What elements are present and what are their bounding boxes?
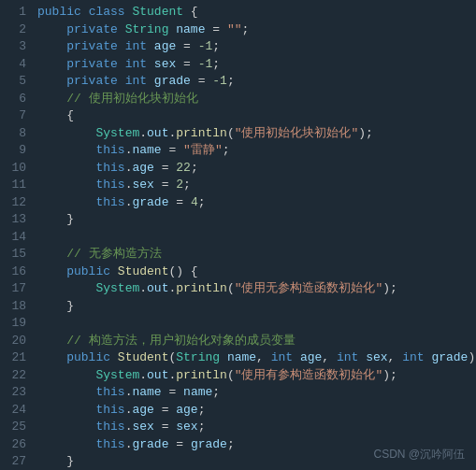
line-num-25: 25 [4,419,26,436]
code-line-20: // 构造方法，用户初始化对象的成员变量 [37,333,469,350]
code-line-11: this.sex = 2; [37,177,469,194]
line-num-10: 10 [4,160,26,178]
code-line-16: public Student() { [37,263,469,281]
code-lines: public class Student { private String na… [34,0,476,470]
line-num-12: 12 [4,194,26,212]
line-num-16: 16 [4,263,26,281]
code-line-5: private int grade = -1; [37,73,469,91]
code-line-4: private int sex = -1; [37,56,469,74]
line-num-22: 22 [4,367,26,385]
line-num-21: 21 [4,349,26,367]
code-line-1: public class Student { [37,4,469,21]
code-line-2: private String name = ""; [37,21,469,39]
line-num-26: 26 [4,436,26,454]
line-num-3: 3 [4,38,26,56]
line-num-15: 15 [4,246,26,263]
line-num-27: 27 [4,453,26,470]
line-num-13: 13 [4,211,26,229]
code-line-23: this.name = name; [37,384,469,402]
line-num-8: 8 [4,125,26,143]
code-line-13: } [37,211,469,229]
line-num-1: 1 [4,4,26,21]
code-line-25: this.sex = sex; [37,419,469,436]
code-line-8: System.out.println("使用初始化块初始化"); [37,125,469,143]
code-line-6: // 使用初始化块初始化 [37,91,469,108]
code-line-19 [37,315,469,333]
line-num-14: 14 [4,229,26,247]
line-num-18: 18 [4,298,26,316]
line-num-20: 20 [4,333,26,350]
code-line-17: System.out.println("使用无参构造函数初始化"); [37,280,469,298]
line-num-2: 2 [4,21,26,39]
watermark: CSDN @沉吟阿伍 [373,447,465,463]
code-line-7: { [37,107,469,125]
code-line-10: this.age = 22; [37,160,469,178]
line-num-11: 11 [4,177,26,194]
line-numbers: 1 2 3 4 5 6 7 8 9 10 11 12 13 14 15 16 1… [0,0,34,470]
line-num-7: 7 [4,107,26,125]
code-line-15: // 无参构造方法 [37,246,469,263]
line-num-9: 9 [4,142,26,160]
code-line-21: public Student(String name, int age, int… [37,349,469,367]
code-line-9: this.name = "雷静"; [37,142,469,160]
line-num-17: 17 [4,280,26,298]
code-line-12: this.grade = 4; [37,194,469,212]
code-line-24: this.age = age; [37,402,469,420]
code-line-22: System.out.println("使用有参构造函数初始化"); [37,367,469,385]
line-num-4: 4 [4,56,26,74]
code-line-18: } [37,298,469,316]
code-content: 1 2 3 4 5 6 7 8 9 10 11 12 13 14 15 16 1… [0,0,476,470]
code-editor: 1 2 3 4 5 6 7 8 9 10 11 12 13 14 15 16 1… [0,0,476,470]
code-line-14 [37,229,469,247]
line-num-6: 6 [4,91,26,108]
code-line-3: private int age = -1; [37,38,469,56]
line-num-5: 5 [4,73,26,91]
line-num-24: 24 [4,402,26,420]
line-num-19: 19 [4,315,26,333]
line-num-23: 23 [4,384,26,402]
